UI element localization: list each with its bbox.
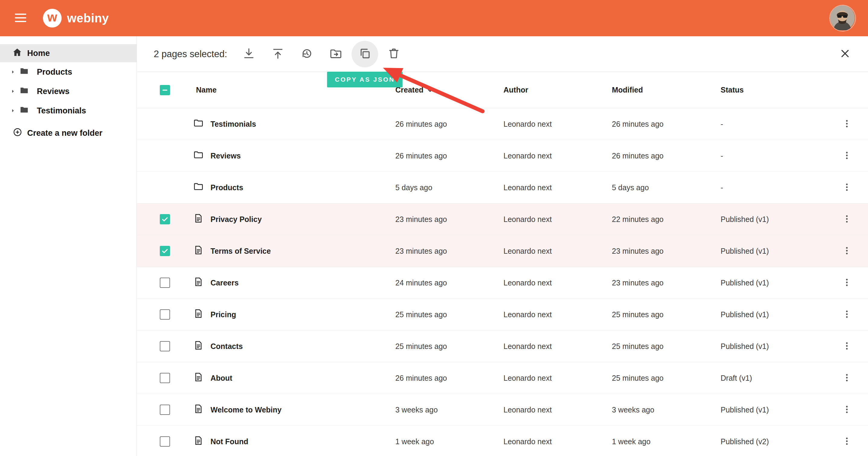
row-options-button[interactable] bbox=[840, 307, 854, 322]
row-name: Not Found bbox=[211, 437, 248, 446]
row-author: Leonardo next bbox=[503, 215, 612, 224]
webiny-brand[interactable]: w webiny bbox=[43, 9, 109, 28]
row-modified: 23 minutes ago bbox=[612, 279, 721, 287]
table-row[interactable]: Contacts 25 minutes ago Leonardo next 25… bbox=[137, 331, 868, 362]
chevron-right-icon[interactable] bbox=[10, 69, 16, 75]
row-checkbox[interactable] bbox=[160, 436, 170, 447]
kebab-menu-icon bbox=[842, 341, 852, 352]
delete-icon bbox=[387, 47, 401, 61]
sidebar-item-reviews[interactable]: Reviews bbox=[0, 82, 136, 101]
row-status: Published (v1) bbox=[721, 310, 838, 319]
folder-icon bbox=[19, 105, 29, 117]
multiselect-action-bar: 2 pages selected: bbox=[137, 36, 868, 72]
table-row[interactable]: Reviews 26 minutes ago Leonardo next 26 … bbox=[137, 140, 868, 172]
row-author: Leonardo next bbox=[503, 342, 612, 351]
row-modified: 3 weeks ago bbox=[612, 405, 721, 414]
row-options-button[interactable] bbox=[840, 117, 854, 132]
row-author: Leonardo next bbox=[503, 279, 612, 287]
row-options-button[interactable] bbox=[840, 148, 854, 163]
row-modified: 23 minutes ago bbox=[612, 247, 721, 256]
select-all-checkbox[interactable] bbox=[160, 85, 170, 95]
copy-icon bbox=[358, 47, 371, 61]
table-row[interactable]: Welcome to Webiny 3 weeks ago Leonardo n… bbox=[137, 394, 868, 426]
row-checkbox[interactable] bbox=[160, 373, 170, 383]
page-list-panel: 2 pages selected: bbox=[137, 36, 868, 456]
delete-button[interactable] bbox=[380, 41, 407, 67]
row-modified: 5 days ago bbox=[612, 183, 721, 192]
row-status: Published (v1) bbox=[721, 247, 838, 256]
table-row[interactable]: Not Found 1 week ago Leonardo next 1 wee… bbox=[137, 426, 868, 456]
row-checkbox[interactable] bbox=[160, 309, 170, 320]
row-modified: 25 minutes ago bbox=[612, 374, 721, 382]
row-options-button[interactable] bbox=[840, 339, 854, 354]
restore-button[interactable] bbox=[293, 41, 320, 67]
kebab-menu-icon bbox=[842, 182, 852, 193]
row-options-button[interactable] bbox=[840, 371, 854, 386]
restore-icon bbox=[300, 47, 313, 61]
row-status: Published (v2) bbox=[721, 437, 838, 446]
sidebar-item-label: Products bbox=[37, 67, 72, 77]
download-button[interactable] bbox=[236, 41, 262, 67]
page-icon bbox=[193, 308, 204, 321]
move-to-folder-icon bbox=[329, 47, 342, 61]
kebab-menu-icon bbox=[842, 309, 852, 320]
sidebar-item-home[interactable]: Home bbox=[0, 44, 136, 62]
row-options-button[interactable] bbox=[840, 402, 854, 417]
sidebar-item-products[interactable]: Products bbox=[0, 62, 136, 82]
row-options-button[interactable] bbox=[840, 244, 854, 259]
copy-as-json-button[interactable]: COPY AS JSON bbox=[351, 41, 378, 67]
sidebar-item-testimonials[interactable]: Testimonials bbox=[0, 101, 136, 120]
row-options-button[interactable] bbox=[840, 212, 854, 227]
column-header-status: Status bbox=[721, 86, 838, 94]
upload-button[interactable] bbox=[265, 41, 291, 67]
row-created: 1 week ago bbox=[395, 437, 503, 446]
folder-icon bbox=[19, 66, 29, 78]
table-row[interactable]: Careers 24 minutes ago Leonardo next 23 … bbox=[137, 267, 868, 299]
row-status: - bbox=[721, 151, 838, 160]
row-options-button[interactable] bbox=[840, 276, 854, 290]
row-checkbox[interactable] bbox=[160, 278, 170, 288]
row-status: Published (v1) bbox=[721, 342, 838, 351]
chevron-right-icon[interactable] bbox=[10, 107, 16, 114]
sidebar-item-label: Testimonials bbox=[37, 106, 86, 115]
row-status: Published (v1) bbox=[721, 279, 838, 287]
row-name: Reviews bbox=[211, 151, 241, 160]
table-row[interactable]: Privacy Policy 23 minutes ago Leonardo n… bbox=[137, 203, 868, 235]
row-author: Leonardo next bbox=[503, 247, 612, 256]
create-new-folder-button[interactable]: Create a new folder bbox=[0, 123, 136, 143]
row-name: Products bbox=[211, 183, 243, 192]
table-row[interactable]: Products 5 days ago Leonardo next 5 days… bbox=[137, 172, 868, 203]
row-modified: 25 minutes ago bbox=[612, 342, 721, 351]
table-row[interactable]: About 26 minutes ago Leonardo next 25 mi… bbox=[137, 362, 868, 394]
row-author: Leonardo next bbox=[503, 183, 612, 192]
kebab-menu-icon bbox=[842, 404, 852, 416]
row-checkbox[interactable] bbox=[160, 246, 170, 256]
chevron-right-icon[interactable] bbox=[10, 88, 16, 95]
page-icon bbox=[193, 245, 204, 257]
row-checkbox[interactable] bbox=[160, 214, 170, 224]
column-header-modified: Modified bbox=[612, 86, 721, 94]
table-row[interactable]: Pricing 25 minutes ago Leonardo next 25 … bbox=[137, 299, 868, 331]
user-avatar[interactable] bbox=[829, 5, 856, 31]
row-checkbox[interactable] bbox=[160, 405, 170, 415]
upload-icon bbox=[271, 47, 284, 61]
column-header-created[interactable]: Created bbox=[395, 85, 503, 95]
move-to-folder-button[interactable] bbox=[322, 41, 349, 67]
row-created: 26 minutes ago bbox=[395, 151, 503, 160]
row-modified: 22 minutes ago bbox=[612, 215, 721, 224]
row-author: Leonardo next bbox=[503, 120, 612, 129]
row-options-button[interactable] bbox=[840, 180, 854, 195]
close-selection-button[interactable] bbox=[836, 45, 854, 63]
row-status: Draft (v1) bbox=[721, 374, 838, 382]
table-row[interactable]: Testimonials 26 minutes ago Leonardo nex… bbox=[137, 108, 868, 140]
row-name: Careers bbox=[211, 279, 239, 287]
plus-circle-icon bbox=[13, 127, 22, 139]
page-icon bbox=[193, 435, 204, 448]
table-row[interactable]: Terms of Service 23 minutes ago Leonardo… bbox=[137, 235, 868, 267]
hamburger-icon bbox=[13, 10, 28, 26]
hamburger-menu-button[interactable] bbox=[12, 10, 29, 27]
row-options-button[interactable] bbox=[840, 434, 854, 449]
row-checkbox[interactable] bbox=[160, 341, 170, 351]
row-created: 26 minutes ago bbox=[395, 374, 503, 382]
sort-desc-icon bbox=[426, 85, 434, 95]
